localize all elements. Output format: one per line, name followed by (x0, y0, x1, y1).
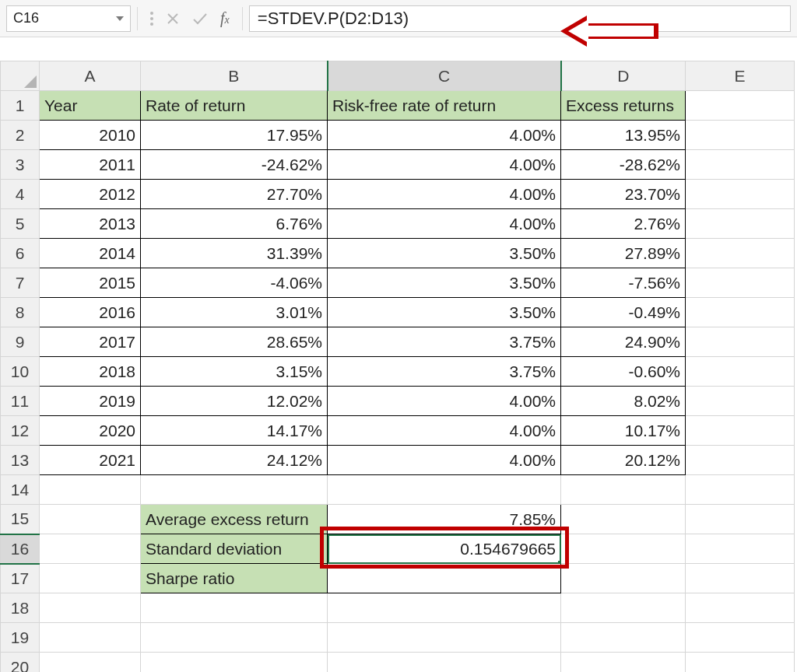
column-header-B[interactable]: B (141, 61, 328, 91)
row-header-10[interactable]: 10 (1, 357, 40, 387)
row-header-8[interactable]: 8 (1, 298, 40, 327)
cell-D6[interactable]: 27.89% (561, 239, 686, 268)
cell-C18[interactable] (328, 593, 561, 623)
cell-E17[interactable] (686, 564, 795, 593)
cell-C1[interactable]: Risk-free rate of return (328, 91, 561, 121)
cell-D12[interactable]: 10.17% (561, 416, 686, 446)
cell-B19[interactable] (141, 623, 328, 653)
name-box-dropdown-icon[interactable] (116, 16, 124, 21)
cell-D4[interactable]: 23.70% (561, 180, 686, 209)
cell-C6[interactable]: 3.50% (328, 239, 561, 268)
cell-E19[interactable] (686, 623, 795, 653)
cell-B10[interactable]: 3.15% (141, 357, 328, 387)
cell-C8[interactable]: 3.50% (328, 298, 561, 327)
row-header-13[interactable]: 13 (1, 446, 40, 475)
cell-E7[interactable] (686, 268, 795, 298)
cell-D11[interactable]: 8.02% (561, 387, 686, 416)
row-header-4[interactable]: 4 (1, 180, 40, 209)
cell-B6[interactable]: 31.39% (141, 239, 328, 268)
column-header-A[interactable]: A (40, 61, 141, 91)
row-header-12[interactable]: 12 (1, 416, 40, 446)
select-all-corner[interactable] (1, 61, 40, 91)
cell-C14[interactable] (328, 475, 561, 505)
cell-B14[interactable] (141, 475, 328, 505)
cell-C20[interactable] (328, 653, 561, 673)
cell-D3[interactable]: -28.62% (561, 150, 686, 180)
cell-C7[interactable]: 3.50% (328, 268, 561, 298)
cell-E15[interactable] (686, 505, 795, 534)
cell-E13[interactable] (686, 446, 795, 475)
cell-C5[interactable]: 4.00% (328, 209, 561, 239)
cell-E5[interactable] (686, 209, 795, 239)
cell-A17[interactable] (40, 564, 141, 593)
row-header-20[interactable]: 20 (1, 653, 40, 673)
cell-B12[interactable]: 14.17% (141, 416, 328, 446)
cell-D8[interactable]: -0.49% (561, 298, 686, 327)
cell-B9[interactable]: 28.65% (141, 327, 328, 357)
cell-E8[interactable] (686, 298, 795, 327)
cell-D15[interactable] (561, 505, 686, 534)
cell-B3[interactable]: -24.62% (141, 150, 328, 180)
cell-E10[interactable] (686, 357, 795, 387)
cell-E16[interactable] (686, 534, 795, 564)
cell-D17[interactable] (561, 564, 686, 593)
cell-A12[interactable]: 2020 (40, 416, 141, 446)
fx-icon[interactable]: fx (220, 9, 230, 27)
column-header-E[interactable]: E (686, 61, 795, 91)
cell-E11[interactable] (686, 387, 795, 416)
cell-A20[interactable] (40, 653, 141, 673)
cell-C9[interactable]: 3.75% (328, 327, 561, 357)
cell-C3[interactable]: 4.00% (328, 150, 561, 180)
cell-C13[interactable]: 4.00% (328, 446, 561, 475)
cell-A11[interactable]: 2019 (40, 387, 141, 416)
more-icon[interactable] (150, 12, 153, 26)
cell-C10[interactable]: 3.75% (328, 357, 561, 387)
cell-C11[interactable]: 4.00% (328, 387, 561, 416)
cell-E9[interactable] (686, 327, 795, 357)
cell-A18[interactable] (40, 593, 141, 623)
row-header-9[interactable]: 9 (1, 327, 40, 357)
cell-C4[interactable]: 4.00% (328, 180, 561, 209)
cell-B18[interactable] (141, 593, 328, 623)
cell-A6[interactable]: 2014 (40, 239, 141, 268)
sheet-grid[interactable]: ABCDE1YearRate of returnRisk-free rate o… (0, 61, 795, 672)
cell-D7[interactable]: -7.56% (561, 268, 686, 298)
cell-C12[interactable]: 4.00% (328, 416, 561, 446)
cell-B11[interactable]: 12.02% (141, 387, 328, 416)
cell-E20[interactable] (686, 653, 795, 673)
cell-A15[interactable] (40, 505, 141, 534)
cell-A5[interactable]: 2013 (40, 209, 141, 239)
cell-D13[interactable]: 20.12% (561, 446, 686, 475)
row-header-14[interactable]: 14 (1, 475, 40, 505)
cell-A9[interactable]: 2017 (40, 327, 141, 357)
cell-C15[interactable]: 7.85% (328, 505, 561, 534)
cell-B17[interactable]: Sharpe ratio (141, 564, 328, 593)
cell-D19[interactable] (561, 623, 686, 653)
cell-A8[interactable]: 2016 (40, 298, 141, 327)
row-header-7[interactable]: 7 (1, 268, 40, 298)
row-header-17[interactable]: 17 (1, 564, 40, 593)
cell-D14[interactable] (561, 475, 686, 505)
cell-C17[interactable] (328, 564, 561, 593)
row-header-11[interactable]: 11 (1, 387, 40, 416)
cell-E18[interactable] (686, 593, 795, 623)
cell-A2[interactable]: 2010 (40, 121, 141, 150)
spreadsheet[interactable]: ABCDE1YearRate of returnRisk-free rate o… (0, 61, 797, 672)
cell-E4[interactable] (686, 180, 795, 209)
cell-A3[interactable]: 2011 (40, 150, 141, 180)
cell-D18[interactable] (561, 593, 686, 623)
row-header-16[interactable]: 16 (1, 534, 40, 564)
cell-B1[interactable]: Rate of return (141, 91, 328, 121)
cell-E12[interactable] (686, 416, 795, 446)
cell-E6[interactable] (686, 239, 795, 268)
enter-icon[interactable] (192, 12, 208, 26)
cell-C2[interactable]: 4.00% (328, 121, 561, 150)
cell-A1[interactable]: Year (40, 91, 141, 121)
cell-B20[interactable] (141, 653, 328, 673)
cell-E1[interactable] (686, 91, 795, 121)
cell-B2[interactable]: 17.95% (141, 121, 328, 150)
row-header-5[interactable]: 5 (1, 209, 40, 239)
cell-E3[interactable] (686, 150, 795, 180)
cell-D1[interactable]: Excess returns (561, 91, 686, 121)
cell-B5[interactable]: 6.76% (141, 209, 328, 239)
